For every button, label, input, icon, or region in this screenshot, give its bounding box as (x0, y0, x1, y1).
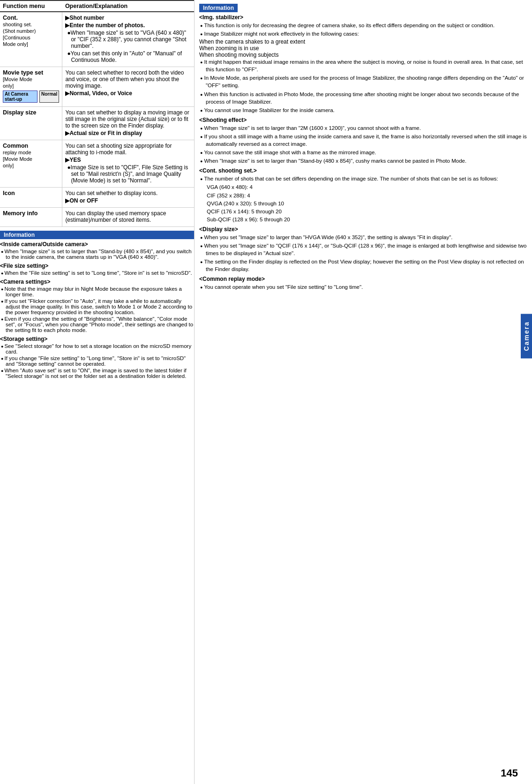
right-bullet-item: When "Image size" is set to larger than … (199, 124, 527, 132)
op-cell-4: You can set whether to display icons.▶ON… (62, 188, 194, 208)
table-row: Commonreplay mode[Movie Modeonly]You can… (0, 140, 194, 188)
bullet-item: When "Auto save set" is set to "ON", the… (0, 368, 194, 379)
left-info-header: Information (0, 231, 194, 239)
op-line: ▶Enter the number of photos. (65, 22, 191, 29)
op-cell-2: You can set whether to display a moving … (62, 107, 194, 140)
right-bullet-item: It might happen that residual image rema… (199, 58, 527, 73)
op-line: ▶YES (65, 157, 191, 163)
left-info-content: <Inside camera/Outside camera>When "Imag… (0, 241, 194, 379)
right-panel: Information <Img. stabilizer>This functi… (195, 0, 532, 784)
right-section-4: <Common replay mode>You cannot operate w… (199, 276, 527, 291)
func-cell-1: Movie type set[Movie Modeonly]At Camera … (0, 67, 62, 107)
right-bullet-item: When you set "Image size" to "QCIF (176 … (199, 242, 527, 257)
sub-text-item: Sub-QCIF (128 x 96): 5 through 20 (199, 216, 527, 223)
func-label: [Movie Mode (3, 156, 32, 162)
func-cell-0: Cont.shooting set.(Shot number)[Continuo… (0, 12, 62, 67)
op-cell-3: You can set a shooting size appropriate … (62, 140, 194, 188)
func-label: only] (3, 83, 14, 89)
op-line: ●You can set this only in "Auto" or "Man… (67, 50, 191, 63)
left-panel: Function menu Operation/Explanation Cont… (0, 0, 195, 784)
bullet-item: Note that the image may blur in Night Mo… (0, 286, 194, 297)
func-label: [Continuous (3, 35, 30, 40)
right-bullet-item: The number of shots that can be set diff… (199, 175, 527, 182)
right-bullet-item: Image Stabilizer might not work effectiv… (199, 30, 527, 38)
left-info-section: Information <Inside camera/Outside camer… (0, 231, 194, 379)
right-section-title: <Display size> (199, 226, 527, 233)
func-label: Memory info (3, 210, 37, 217)
op-line: ▶Shot number (65, 15, 191, 21)
bullet-item: When the "File size setting" is set to "… (0, 270, 194, 276)
right-bullet-item: In Movie Mode, as peripheral pixels are … (199, 74, 527, 89)
func-cell-5: Memory info (0, 208, 62, 227)
right-bullet-item: When this function is activated in Photo… (199, 90, 527, 106)
right-bullet-item: You cannot operate when you set "File si… (199, 283, 527, 291)
left-info-section-2: <Camera settings>Note that the image may… (0, 279, 194, 333)
op-line: ▶Actual size or Fit in display (65, 130, 191, 136)
right-section-title: <Cont. shooting set.> (199, 167, 527, 174)
table-row: Movie type set[Movie Modeonly]At Camera … (0, 67, 194, 107)
right-info-content: <Img. stabilizer>This function is only f… (199, 14, 527, 291)
func-label: Cont. (3, 15, 18, 21)
func-label: Movie type set (3, 69, 43, 76)
sub-bullet-item: When zooming is in use (199, 45, 527, 52)
table-header-row: Function menu Operation/Explanation (0, 0, 194, 12)
section-title: <File size setting> (0, 263, 194, 269)
func-label: shooting set. (3, 22, 32, 27)
func-label: (Shot number) (3, 28, 36, 34)
bullet-item: If you change "File size setting" to "Lo… (0, 355, 194, 367)
func-label: replay mode (3, 150, 31, 155)
left-info-section-1: <File size setting>When the "File size s… (0, 263, 194, 276)
col2-header: Operation/Explanation (62, 0, 194, 12)
op-line: ▶Normal, Video, or Voice (65, 90, 191, 97)
op-line: ●When "Image size" is set to "VGA (640 x… (67, 30, 191, 49)
table-row: Cont.shooting set.(Shot number)[Continuo… (0, 12, 194, 67)
func-label: [Movie Mode (3, 76, 32, 82)
bullet-item: If you set "Flicker correction" to "Auto… (0, 298, 194, 315)
right-bullet-item: You cannot use Image Stabilizer for the … (199, 106, 527, 114)
side-camera-label: Camera (521, 314, 532, 358)
func-label: Mode only] (3, 41, 28, 47)
right-section-1: <Shooting effect>When "Image size" is se… (199, 117, 527, 165)
col1-header: Function menu (0, 0, 62, 12)
func-cell-3: Commonreplay mode[Movie Modeonly] (0, 140, 62, 188)
sub-bullet-item: When shooting moving subjects (199, 52, 527, 58)
right-bullet-item: When "Image size" is set to larger than … (199, 157, 527, 165)
right-section-title: <Shooting effect> (199, 117, 527, 123)
right-section-2: <Cont. shooting set.>The number of shots… (199, 167, 527, 223)
op-line: You can set a shooting size appropriate … (65, 143, 191, 156)
sub-bullet-item: When the camera shakes to a great extent (199, 38, 527, 45)
op-line: You can set whether to display a moving … (65, 109, 191, 129)
section-title: <Camera settings> (0, 279, 194, 285)
bullet-item: Even if you change the setting of "Brigh… (0, 316, 194, 333)
right-bullet-item: When you set "Image size" to larger than… (199, 234, 527, 241)
right-section-title: <Img. stabilizer> (199, 14, 527, 21)
right-section-title: <Common replay mode> (199, 276, 527, 282)
right-section-3: <Display size>When you set "Image size" … (199, 226, 527, 273)
bullet-item: When "Image size" is set to larger than … (0, 249, 194, 260)
table-row: IconYou can set whether to display icons… (0, 188, 194, 208)
right-bullet-item: The setting on the Finder display is ref… (199, 258, 527, 273)
op-line: You can select whether to record both th… (65, 69, 191, 89)
right-bullet-item: This function is only for decreasing the… (199, 22, 527, 29)
func-cell-2: Display size (0, 107, 62, 140)
func-label: only] (3, 163, 14, 168)
badge-row: At Camera start-upNormal (3, 90, 59, 103)
op-line: You can display the used memory space (e… (65, 210, 191, 223)
badge-at-camera: At Camera start-up (3, 90, 37, 103)
section-title: <Storage setting> (0, 336, 194, 342)
right-section-0: <Img. stabilizer>This function is only f… (199, 14, 527, 114)
left-info-section-3: <Storage setting>See "Select storage" fo… (0, 336, 194, 379)
right-bullet-item: You cannot save the still image shot wit… (199, 149, 527, 156)
right-info-header: Information (199, 4, 238, 12)
func-label: Display size (3, 109, 37, 116)
sub-text-item: QVGA (240 x 320): 5 through 10 (199, 200, 527, 207)
op-line: ▶ON or OFF (65, 197, 191, 204)
section-title: <Inside camera/Outside camera> (0, 241, 194, 248)
op-line: ●Image Size is set to "QCIF", File Size … (67, 164, 191, 184)
op-cell-1: You can select whether to record both th… (62, 67, 194, 107)
sub-text-item: QCIF (176 x 144): 5 through 20 (199, 208, 527, 215)
func-label: Icon (3, 190, 15, 196)
func-label: Common (3, 143, 28, 149)
page-number: 145 (501, 767, 518, 779)
sub-text-item: VGA (640 x 480): 4 (199, 183, 527, 191)
